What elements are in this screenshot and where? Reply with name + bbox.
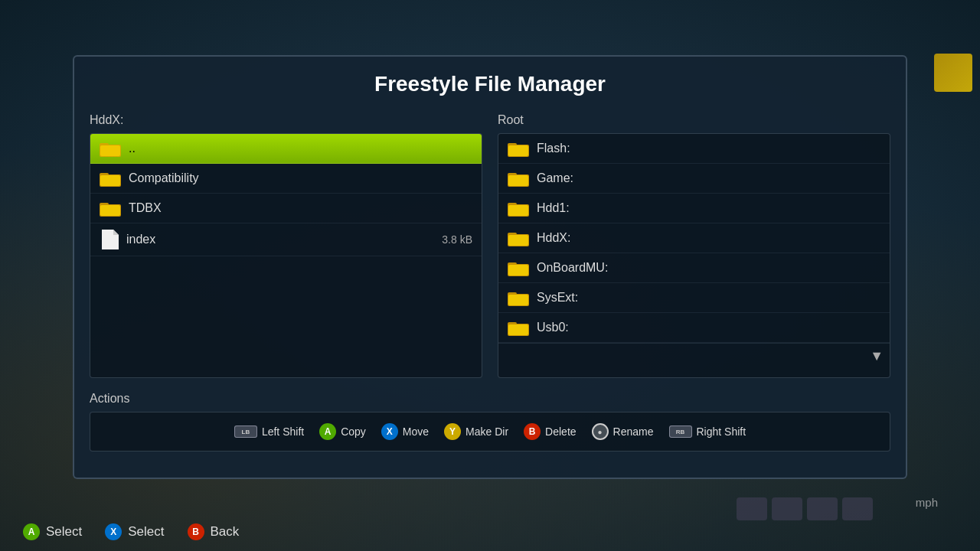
left-item-size-3: 3.8 kB — [442, 233, 472, 246]
right-item-name-6: Usb0: — [537, 321, 569, 334]
nav-item-a-select[interactable]: A Select — [23, 523, 82, 540]
action-left-shift[interactable]: LB Left Shift — [234, 425, 304, 438]
folder-icon — [100, 140, 121, 157]
nav-b-button[interactable]: B — [188, 523, 204, 540]
nav-item-x-select[interactable]: X Select — [105, 523, 164, 540]
right-file-item-3[interactable]: HddX: — [498, 223, 890, 253]
action-right-shift-label: Right Shift — [697, 425, 746, 438]
folder-icon — [508, 140, 529, 157]
file-icon — [102, 230, 119, 249]
folder-icon — [508, 170, 529, 187]
lb-button[interactable]: LB — [234, 425, 257, 438]
svg-rect-19 — [508, 205, 528, 216]
x-button[interactable]: X — [381, 423, 398, 440]
svg-marker-10 — [113, 230, 119, 235]
action-delete[interactable]: B Delete — [524, 423, 576, 440]
action-make-dir-label: Make Dir — [466, 425, 508, 438]
action-make-dir[interactable]: Y Make Dir — [444, 423, 508, 440]
left-file-item-1[interactable]: Compatibility — [90, 164, 482, 194]
actions-section: Actions LB Left Shift A Copy X Move Y Ma… — [90, 392, 890, 452]
right-file-item-4[interactable]: OnBoardMU: — [498, 253, 890, 283]
right-item-name-5: SysExt: — [537, 291, 578, 305]
nav-a-label: Select — [46, 524, 82, 540]
right-item-name-2: Hdd1: — [537, 201, 570, 215]
nav-a-button[interactable]: A — [23, 523, 40, 540]
left-item-name-2: TDBX — [129, 201, 162, 215]
folder-icon — [508, 289, 529, 306]
white-button[interactable]: ● — [592, 423, 609, 440]
svg-rect-5 — [100, 175, 120, 186]
right-item-name-4: OnBoardMU: — [537, 261, 608, 275]
left-file-item-3[interactable]: index 3.8 kB — [90, 223, 482, 256]
folder-icon — [508, 230, 529, 246]
b-button[interactable]: B — [524, 423, 541, 440]
action-delete-label: Delete — [545, 425, 576, 438]
left-item-name-3: index — [126, 233, 155, 246]
action-right-shift[interactable]: RB Right Shift — [669, 425, 746, 438]
dialog-title: Freestyle File Manager — [90, 72, 890, 96]
actions-bar: LB Left Shift A Copy X Move Y Make Dir B… — [90, 412, 890, 452]
folder-icon — [100, 200, 121, 217]
left-panel-label: HddX: — [90, 113, 482, 127]
folder-icon — [508, 200, 529, 217]
right-panel: Root Flash: — [498, 113, 890, 378]
svg-rect-31 — [508, 324, 528, 335]
actions-label: Actions — [90, 392, 890, 406]
scroll-down-icon: ▼ — [870, 348, 884, 364]
action-copy[interactable]: A Copy — [319, 423, 366, 440]
svg-rect-25 — [508, 265, 528, 276]
right-item-name-0: Flash: — [537, 142, 570, 155]
file-manager-dialog: Freestyle File Manager HddX: .. — [73, 55, 907, 479]
folder-icon — [508, 259, 529, 276]
mph-text: mph — [916, 496, 938, 509]
bottom-nav: A Select X Select B Back — [0, 513, 980, 551]
nav-b-label: Back — [211, 524, 240, 540]
folder-icon — [100, 170, 121, 187]
right-panel-label: Root — [498, 113, 890, 127]
panels-container: HddX: .. — [90, 113, 890, 378]
svg-rect-28 — [508, 295, 528, 305]
scroll-indicator: ▼ — [498, 343, 890, 369]
left-panel: HddX: .. — [90, 113, 482, 378]
left-file-item-0[interactable]: .. — [90, 134, 482, 164]
nav-item-b-back[interactable]: B Back — [188, 523, 240, 540]
left-item-name-0: .. — [129, 142, 136, 155]
action-copy-label: Copy — [341, 425, 366, 438]
svg-rect-16 — [508, 175, 528, 186]
right-file-item-6[interactable]: Usb0: — [498, 313, 890, 343]
left-file-list[interactable]: .. Compatibility — [90, 133, 482, 378]
rb-button[interactable]: RB — [669, 425, 692, 438]
right-file-item-1[interactable]: Game: — [498, 164, 890, 194]
y-button[interactable]: Y — [444, 423, 461, 440]
action-rename[interactable]: ● Rename — [592, 423, 654, 440]
svg-rect-2 — [100, 145, 120, 156]
a-button[interactable]: A — [319, 423, 336, 440]
action-move[interactable]: X Move — [381, 423, 429, 440]
right-item-name-1: Game: — [537, 171, 573, 185]
action-move-label: Move — [403, 425, 429, 438]
svg-rect-8 — [100, 205, 120, 216]
right-file-item-2[interactable]: Hdd1: — [498, 194, 890, 223]
right-file-item-0[interactable]: Flash: — [498, 134, 890, 164]
nav-x-label: Select — [128, 524, 164, 540]
right-file-item-5[interactable]: SysExt: — [498, 283, 890, 313]
action-left-shift-label: Left Shift — [262, 425, 304, 438]
nav-x-button[interactable]: X — [105, 523, 122, 540]
svg-rect-13 — [508, 145, 528, 156]
folder-icon — [508, 319, 529, 336]
action-rename-label: Rename — [613, 425, 654, 438]
left-file-item-2[interactable]: TDBX — [90, 194, 482, 223]
svg-rect-22 — [508, 235, 528, 246]
right-file-list[interactable]: Flash: Game: — [498, 133, 890, 378]
left-item-name-1: Compatibility — [129, 171, 199, 185]
right-item-name-3: HddX: — [537, 231, 570, 245]
